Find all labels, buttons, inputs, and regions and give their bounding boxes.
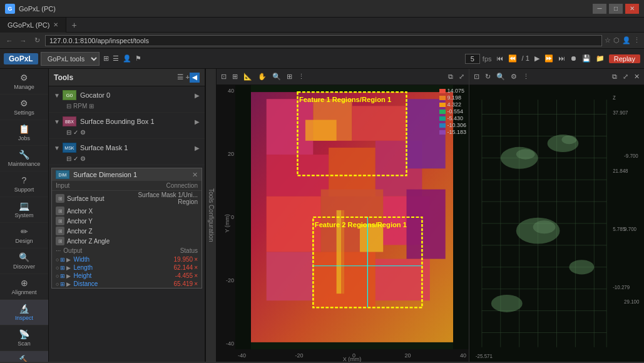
- zoom-icon[interactable]: 🔍: [270, 72, 283, 81]
- expand-icon[interactable]: ⤢: [457, 72, 466, 81]
- dim-height-label: Height: [73, 272, 175, 279]
- extension-icon[interactable]: ⬡: [613, 36, 620, 44]
- maximize-button[interactable]: □: [609, 4, 623, 14]
- mask-edit-icon[interactable]: ⊟: [66, 155, 71, 162]
- panel-collapse-button[interactable]: ◀: [190, 73, 200, 83]
- mask-row[interactable]: ▼ MSK Surface Mask 1 ▶: [54, 141, 200, 155]
- sidebar-item-support[interactable]: ? Support: [0, 171, 48, 197]
- save-button[interactable]: 💾: [580, 54, 593, 63]
- mask-check-icon[interactable]: ✓: [73, 155, 78, 162]
- prev-button[interactable]: ⏪: [506, 54, 519, 63]
- dim-distance-controls: ○ ⊞ ▶: [56, 281, 71, 287]
- mask-expand-icon[interactable]: ▼: [54, 145, 60, 151]
- sidebar-item-inspect[interactable]: 🔬 Inspect: [0, 300, 48, 325]
- forward-button[interactable]: →: [18, 35, 29, 46]
- dim-width-toggle[interactable]: ○: [56, 257, 59, 263]
- dim-width-icon: ⊞: [60, 257, 65, 263]
- back-button[interactable]: ←: [4, 35, 15, 46]
- next-button[interactable]: ⏩: [543, 54, 555, 63]
- skip-forward-button[interactable]: ⏭: [556, 54, 567, 63]
- star-icon[interactable]: ☆: [605, 36, 611, 44]
- zoom-fit-icon[interactable]: ⊡: [219, 72, 228, 81]
- bbox-arrow-icon[interactable]: ▶: [195, 118, 200, 125]
- legend-swatch-3: [439, 110, 446, 114]
- filter-icon[interactable]: ☰: [177, 73, 183, 81]
- sidebar-item-settings[interactable]: ⚙ Settings: [0, 95, 48, 120]
- sidebar-item-jobs[interactable]: 📋 Jobs: [0, 120, 48, 146]
- legend-item-0: 14.075: [439, 88, 466, 94]
- sidebar-item-discover[interactable]: 🔍 Discover: [0, 248, 48, 274]
- sidebar-item-manage[interactable]: ⚙ Manage: [0, 69, 48, 95]
- url-input[interactable]: [45, 35, 602, 46]
- gocator-arrow-icon[interactable]: ▶: [195, 92, 200, 99]
- sidebar-item-scan[interactable]: 📡 Scan: [0, 325, 48, 351]
- bbox-check-icon[interactable]: ✓: [73, 129, 78, 136]
- bbox-config-icon[interactable]: ⚙: [80, 129, 86, 136]
- pan-icon[interactable]: ✋: [256, 72, 268, 81]
- dim-anchory-icon: ⊞: [56, 217, 64, 225]
- bbox-expand-icon[interactable]: ▼: [54, 118, 60, 125]
- x-axis: -40 -20 0 20 40 X (mm): [235, 349, 469, 362]
- mask-sub-tools: ⊟ ✓ ⚙: [54, 155, 200, 163]
- 3d-menu-icon[interactable]: ⋮: [521, 72, 531, 81]
- legend-val-5: -10.306: [447, 122, 466, 128]
- gocator-expand-icon[interactable]: ▼: [54, 92, 60, 99]
- skip-back-button[interactable]: ⏮: [494, 54, 505, 63]
- gocator-row[interactable]: ▼ G0 Gocator 0 ▶: [54, 88, 200, 102]
- replay-button[interactable]: Replay: [609, 54, 640, 63]
- 3d-home-icon[interactable]: ⊡: [472, 72, 481, 81]
- dim-distance-toggle[interactable]: ○: [56, 281, 59, 287]
- user-icon[interactable]: 👤: [121, 53, 133, 64]
- tab-close-icon[interactable]: ✕: [53, 21, 58, 28]
- tools-dropdown[interactable]: GoPxL tools: [41, 52, 100, 66]
- bbox-edit-icon[interactable]: ⊟: [66, 129, 71, 136]
- svg-text:-25.571: -25.571: [476, 353, 493, 360]
- grid-icon[interactable]: ⊞: [102, 53, 110, 64]
- menu-icon[interactable]: ⋮: [296, 72, 307, 81]
- dim-popup-close-button[interactable]: ✕: [192, 171, 198, 179]
- flag-icon[interactable]: ⚑: [134, 53, 143, 64]
- sidebar-item-maintenance[interactable]: 🔧 Maintenance: [0, 146, 48, 171]
- refresh-button[interactable]: ↻: [31, 35, 43, 46]
- config-panel-tab[interactable]: Tools Configuration: [205, 69, 217, 362]
- tools-header-icons: ☰ +: [177, 73, 190, 81]
- 3d-expand-icon[interactable]: ⤢: [621, 72, 630, 81]
- mask-config-icon[interactable]: ⚙: [80, 155, 86, 162]
- 3d-settings-icon[interactable]: ⚙: [509, 72, 519, 81]
- x-axis-label: X (mm): [343, 356, 362, 362]
- svg-point-53: [516, 149, 535, 159]
- legend-swatch-1: [439, 96, 446, 100]
- 3d-zoom-icon[interactable]: 🔍: [494, 72, 507, 81]
- mask-arrow-icon[interactable]: ▶: [195, 145, 200, 151]
- settings-icon[interactable]: ⋮: [633, 36, 640, 44]
- dim-height-toggle[interactable]: ○: [56, 273, 59, 279]
- zoom-region-icon[interactable]: ⊞: [230, 72, 240, 81]
- display-icon[interactable]: ⊞: [285, 72, 294, 81]
- folder-button[interactable]: 📁: [594, 54, 606, 63]
- 3d-rotate-icon[interactable]: ↻: [483, 72, 493, 81]
- new-tab-button[interactable]: +: [66, 20, 81, 30]
- tab-gopxl[interactable]: G GoPxL (PC) ✕: [0, 18, 66, 33]
- sidebar-item-design[interactable]: ✏ Design: [0, 223, 48, 248]
- sidebar-item-system[interactable]: 💻 System: [0, 197, 48, 223]
- play-button[interactable]: ▶: [533, 54, 541, 63]
- profile-icon[interactable]: 👤: [622, 36, 631, 44]
- measure-icon[interactable]: 📐: [242, 72, 254, 81]
- dim-length-controls: ○ ⊞ ▶: [56, 265, 71, 271]
- list-icon[interactable]: ☰: [111, 53, 120, 64]
- fps-display: 5 fps ⏮ ⏪ / 1 ▶ ⏩ ⏭ ⏺ 💾 📁 Replay: [465, 54, 640, 64]
- dim-length-toggle[interactable]: ○: [56, 265, 59, 271]
- dim-length-icon: ⊞: [60, 265, 65, 271]
- dim-width-controls: ○ ⊞ ▶: [56, 257, 71, 263]
- tool-section-bbox: ▼ BBX Surface Bounding Box 1 ▶ ⊟ ✓ ⚙: [49, 113, 205, 139]
- 3d-close-icon[interactable]: ✕: [632, 72, 641, 81]
- chart-main[interactable]: Feature 1 Regions/Region 1 Feature 2 Reg…: [235, 85, 469, 349]
- 3d-copy-icon[interactable]: ⧉: [610, 72, 619, 81]
- sidebar-item-alignment[interactable]: ⊕ Alignment: [0, 274, 48, 300]
- bbox-label: Surface Bounding Box 1: [80, 118, 155, 125]
- close-button[interactable]: ✕: [625, 4, 639, 14]
- copy-icon[interactable]: ⧉: [446, 72, 455, 81]
- minimize-button[interactable]: ─: [593, 4, 606, 14]
- bbox-row[interactable]: ▼ BBX Surface Bounding Box 1 ▶: [54, 115, 200, 128]
- record-button[interactable]: ⏺: [568, 54, 579, 63]
